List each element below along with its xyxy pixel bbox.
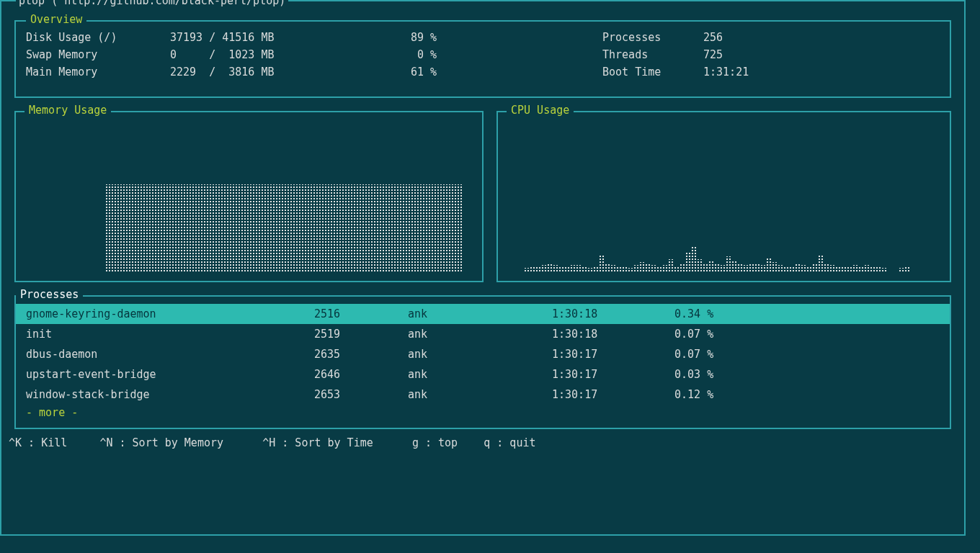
chart-bar <box>324 184 329 272</box>
overview-value: 0 / 1023 MB <box>170 46 379 63</box>
process-name: init <box>26 325 314 343</box>
chart-bar <box>587 268 592 272</box>
chart-bar <box>680 264 685 272</box>
chart-bar <box>858 266 863 272</box>
chart-bar <box>376 184 381 272</box>
chart-bar <box>570 265 575 272</box>
chart-bar <box>249 184 254 272</box>
process-name: window-stack-bridge <box>26 386 314 403</box>
chart-bar <box>434 184 439 272</box>
chart-bar <box>151 184 156 272</box>
process-mem: 0.07 % <box>674 325 713 343</box>
cpu-bars <box>507 128 941 272</box>
chart-bar <box>558 266 564 272</box>
chart-bar <box>105 184 110 272</box>
chart-bar <box>714 264 719 272</box>
chart-bar <box>457 184 462 272</box>
chart-bar <box>703 264 708 272</box>
overview-stat-label: Processes <box>602 29 703 46</box>
process-row[interactable]: dbus-daemon2635ank1:30:170.07 % <box>16 344 950 364</box>
chart-bar <box>284 184 289 272</box>
chart-bar <box>445 184 450 272</box>
overview-value: 2229 / 3816 MB <box>170 63 379 81</box>
chart-bar <box>743 265 748 272</box>
process-row[interactable]: window-stack-bridge2653ank1:30:170.12 % <box>16 385 950 405</box>
chart-bar <box>789 266 794 272</box>
chart-bar <box>766 258 771 272</box>
chart-bar <box>307 184 312 272</box>
chart-bar <box>674 266 679 272</box>
chart-bar <box>192 184 197 272</box>
chart-bar <box>633 265 638 272</box>
chart-bar <box>731 261 736 272</box>
process-pid: 2516 <box>314 305 408 323</box>
process-row[interactable]: init2519ank1:30:180.07 % <box>16 324 950 344</box>
process-mem: 0.07 % <box>674 346 713 363</box>
chart-bar <box>899 268 904 272</box>
chart-bar <box>841 266 846 272</box>
chart-bar <box>215 184 220 272</box>
chart-bar <box>393 184 398 272</box>
overview-row: Swap Memory0 / 1023 MB0 %Threads725 <box>26 46 940 63</box>
chart-bar <box>416 184 422 272</box>
chart-bar <box>639 262 644 272</box>
chart-bar <box>530 266 535 272</box>
overview-row: Main Memory2229 / 3816 MB61 %Boot Time1:… <box>26 63 940 81</box>
chart-bar <box>778 265 783 272</box>
chart-bar <box>685 252 690 272</box>
process-time: 1:30:17 <box>552 366 674 383</box>
process-row[interactable]: gnome-keyring-daemon2516ank1:30:180.34 % <box>16 304 950 324</box>
chart-bar <box>524 268 529 272</box>
overview-title: Overview <box>26 13 86 26</box>
chart-bar <box>645 264 650 272</box>
chart-bar <box>760 265 765 272</box>
chart-bar <box>128 184 133 272</box>
chart-bar <box>541 265 546 272</box>
process-mem: 0.12 % <box>674 386 713 403</box>
chart-bar <box>122 184 128 272</box>
chart-bar <box>616 266 621 272</box>
overview-panel: Overview Disk Usage (/)37193 / 41516 MB8… <box>14 20 951 98</box>
chart-bar <box>876 266 881 272</box>
cpu-usage-title: CPU Usage <box>507 104 574 117</box>
chart-bar <box>749 264 754 272</box>
chart-bar <box>818 255 823 272</box>
chart-bar <box>388 184 393 272</box>
process-name: upstart-event-bridge <box>26 366 314 383</box>
chart-bar <box>370 184 375 272</box>
process-name: dbus-daemon <box>26 346 314 363</box>
chart-bar <box>824 264 829 272</box>
memory-usage-panel: Memory Usage <box>14 111 484 282</box>
chart-bar <box>272 184 277 272</box>
chart-bar <box>290 184 295 272</box>
chart-bar <box>359 184 364 272</box>
process-user: ank <box>408 325 552 343</box>
chart-bar <box>295 184 300 272</box>
chart-bar <box>220 184 226 272</box>
overview-value: 37193 / 41516 MB <box>170 29 379 46</box>
chart-bar <box>405 184 410 272</box>
chart-bar <box>209 184 214 272</box>
overview-percent: 0 % <box>379 46 437 63</box>
memory-usage-title: Memory Usage <box>24 104 111 117</box>
chart-bar <box>668 259 673 272</box>
chart-bar <box>226 184 231 272</box>
chart-bar <box>134 184 139 272</box>
chart-bar <box>610 265 615 272</box>
processes-title: Processes <box>16 288 83 301</box>
chart-bar <box>336 184 341 272</box>
more-indicator[interactable]: - more - <box>16 405 950 421</box>
chart-bar <box>313 184 318 272</box>
chart-bar <box>829 265 834 272</box>
chart-bar <box>353 184 358 272</box>
chart-bar <box>904 266 909 272</box>
chart-bar <box>812 264 817 272</box>
process-user: ank <box>408 366 552 383</box>
charts-row: Memory Usage CPU Usage <box>1 111 964 282</box>
chart-bar <box>806 266 811 272</box>
cpu-usage-panel: CPU Usage <box>496 111 951 282</box>
chart-bar <box>547 264 552 272</box>
chart-bar <box>382 184 387 272</box>
chart-bar <box>411 184 416 272</box>
process-row[interactable]: upstart-event-bridge2646ank1:30:170.03 % <box>16 364 950 385</box>
